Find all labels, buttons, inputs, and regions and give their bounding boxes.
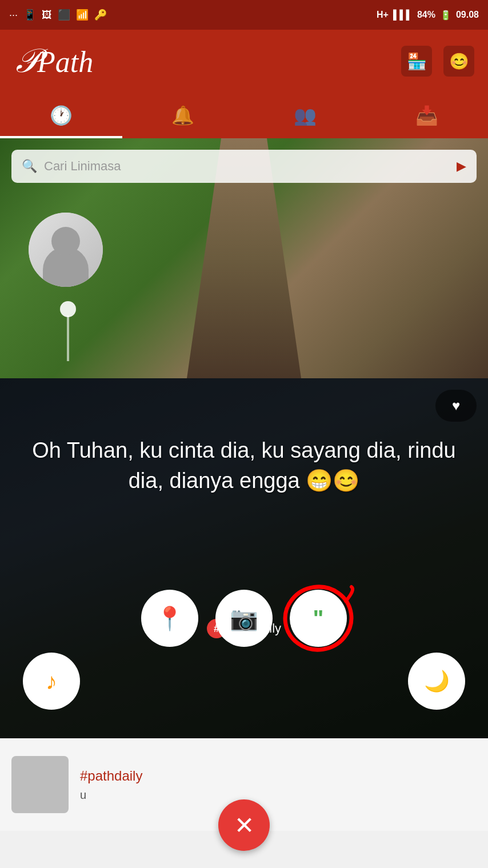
search-icon: 🔍 — [22, 159, 37, 174]
music-button[interactable]: ♪ — [23, 653, 80, 710]
whatsapp-icon: 📱 — [23, 9, 36, 21]
logo-p: 𝒫 — [14, 42, 37, 79]
header-icons: 🏪 😊 — [401, 46, 474, 77]
location-icon: 📍 — [155, 605, 184, 632]
bell-icon: 🔔 — [171, 105, 194, 126]
preview-subtext: u — [80, 789, 477, 802]
avatar-head — [51, 227, 80, 255]
cover-area: 🔍 Cari Linimasa ▶ — [0, 138, 488, 378]
menu-dots-icon: ··· — [9, 9, 18, 21]
post-background: ♥ Oh Tuhan, ku cinta dia, ku sayang dia,… — [0, 378, 488, 738]
profile-avatar[interactable] — [29, 213, 103, 287]
heart-icon: ♥ — [452, 398, 460, 414]
gallery-icon: 🖼 — [42, 9, 52, 21]
search-bar[interactable]: 🔍 Cari Linimasa ▶ — [11, 150, 477, 183]
sleep-button[interactable]: 🌙 — [408, 653, 465, 710]
music-icon: ♪ — [46, 669, 57, 694]
camera-icon: 📷 — [230, 605, 258, 632]
camera-button[interactable]: 📷 — [215, 590, 273, 647]
post-area: ♥ Oh Tuhan, ku cinta dia, ku sayang dia,… — [0, 378, 488, 738]
action-buttons-row: 📍 📷 " — [0, 590, 488, 647]
search-placeholder: Cari Linimasa — [44, 159, 450, 174]
tab-timeline[interactable]: 🕐 — [0, 93, 122, 138]
profile-line — [67, 315, 69, 361]
path-logo: 𝒫Path — [14, 42, 93, 81]
status-left-icons: ··· 📱 🖼 ⬛ 📶 🔑 — [9, 9, 107, 21]
quote-icon: " — [313, 606, 324, 631]
preview-thumbnail — [11, 756, 69, 813]
battery-percent: 84% — [417, 10, 435, 20]
preview-link[interactable]: #pathdaily — [80, 768, 142, 783]
tab-inbox[interactable]: 📥 — [366, 93, 489, 138]
tab-friends[interactable]: 👥 — [244, 93, 366, 138]
bbm-icon: ⬛ — [58, 9, 70, 21]
quote-button[interactable]: " — [290, 590, 347, 647]
signal-bars: ▌▌▌ — [393, 10, 413, 20]
action-buttons-bottom: ♪ 🌙 — [0, 653, 488, 710]
moon-icon: 🌙 — [424, 669, 450, 693]
friends-icon: 👥 — [294, 105, 317, 126]
signal-icon: 📶 — [76, 9, 89, 21]
battery-icon: 🔋 — [440, 10, 451, 21]
close-icon: ✕ — [234, 811, 254, 839]
smiley-button[interactable]: 😊 — [443, 46, 474, 77]
smiley-icon: 😊 — [449, 52, 469, 71]
profile-dot — [60, 301, 76, 317]
close-button[interactable]: ✕ — [218, 799, 270, 851]
network-type: H+ — [377, 10, 389, 20]
clock: 09.08 — [456, 10, 479, 20]
store-icon: 🏪 — [407, 52, 427, 71]
location-button[interactable]: 📍 — [141, 590, 198, 647]
logo-text: Path — [37, 46, 93, 78]
inbox-icon: 📥 — [415, 105, 438, 126]
tab-notifications[interactable]: 🔔 — [122, 93, 245, 138]
post-text: Oh Tuhan, ku cinta dia, ku sayang dia, r… — [0, 435, 488, 496]
key-icon: 🔑 — [94, 9, 107, 21]
preview-content: #pathdaily u — [80, 768, 477, 802]
timeline-icon: 🕐 — [50, 105, 73, 126]
store-button[interactable]: 🏪 — [401, 46, 432, 77]
nav-tabs: 🕐 🔔 👥 📥 — [0, 93, 488, 138]
status-right-info: H+ ▌▌▌ 84% 🔋 09.08 — [377, 10, 479, 21]
status-bar: ··· 📱 🖼 ⬛ 📶 🔑 H+ ▌▌▌ 84% 🔋 09.08 — [0, 0, 488, 30]
app-header: 𝒫Path 🏪 😊 — [0, 30, 488, 93]
search-arrow-icon: ▶ — [457, 159, 466, 174]
like-button[interactable]: ♥ — [435, 390, 477, 422]
